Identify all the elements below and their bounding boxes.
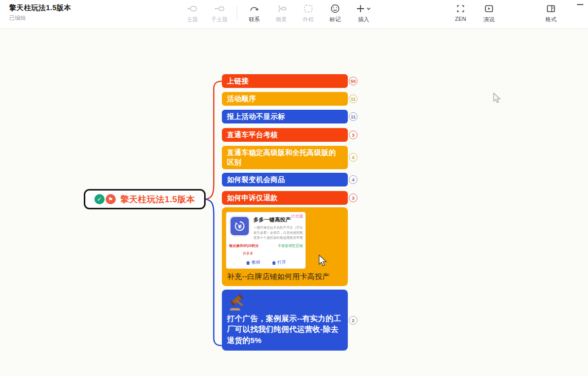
tool-marker-label: 标记 bbox=[330, 16, 341, 23]
presentation-icon bbox=[484, 3, 494, 14]
flag-icon[interactable]: ⚑ bbox=[106, 194, 116, 204]
tool-relationship-label: 联系 bbox=[249, 16, 260, 23]
document-title: 擎天柱玩法1.5版本 bbox=[9, 4, 71, 13]
remote-cursor bbox=[493, 92, 501, 104]
boundary-icon bbox=[303, 3, 314, 14]
tool-summary-label: 概要 bbox=[276, 16, 287, 23]
tool-zen[interactable]: ZEN bbox=[449, 3, 472, 22]
format-panel-icon bbox=[546, 3, 556, 14]
branch-node-3[interactable]: 报上活动不显示标 bbox=[222, 110, 348, 123]
app-card-tag: 计次版 bbox=[291, 213, 303, 219]
child-count-badge[interactable]: 4 bbox=[349, 153, 357, 162]
tool-insert[interactable]: 插入 bbox=[350, 3, 377, 23]
branch-label: 活动顺序 bbox=[227, 94, 256, 104]
summary-icon bbox=[276, 3, 287, 14]
topic-icon bbox=[187, 3, 198, 14]
app-card-platform: 拼多多 bbox=[243, 251, 305, 256]
image-branch-node[interactable]: 计次版 ¥ 多多一键高投产 一键开通优化卡高投产开车（开车老手必看）全类目，点击… bbox=[222, 207, 348, 286]
window-minimize-dash[interactable] bbox=[577, 4, 583, 5]
check-icon[interactable]: ✓ bbox=[94, 194, 105, 204]
branch-node-6[interactable]: 如何裂变机会商品 bbox=[222, 173, 348, 186]
embedded-app-card: 计次版 ¥ 多多一键高投产 一键开通优化卡高投产开车（开车老手必看）全类目，点击… bbox=[226, 212, 306, 269]
child-count-badge[interactable]: 3 bbox=[349, 194, 357, 202]
tutorial-button[interactable]: 教程 bbox=[246, 260, 260, 266]
root-node[interactable]: ✓ ⚑ 擎天柱玩法1.5版本 bbox=[84, 189, 206, 209]
child-count-badge[interactable]: 50 bbox=[349, 77, 357, 85]
tool-topic[interactable]: 主题 bbox=[181, 3, 204, 23]
app-card-description: 一键开通优化卡高投产开车（开车老手必看）全类目，点击去超投配置第十个超投新价格使… bbox=[253, 225, 304, 240]
gavel-icon bbox=[227, 294, 247, 312]
relationship-icon bbox=[249, 3, 260, 14]
child-count-badge[interactable]: 4 bbox=[349, 175, 357, 184]
top-toolbar: 擎天柱玩法1.5版本 已编辑 主题 子主题 联系 概要 bbox=[0, 0, 588, 29]
tool-summary[interactable]: 概要 bbox=[270, 3, 293, 23]
branch-node-2[interactable]: 活动顺序 bbox=[222, 92, 348, 106]
app-card-note: 不需要绑定店铺 bbox=[278, 243, 303, 248]
mindmap-canvas[interactable]: ✓ ⚑ 擎天柱玩法1.5版本 上链接 活动顺序 报上活动不显示标 直通车平台考核… bbox=[0, 29, 588, 376]
toolbar-center: 主题 子主题 联系 概要 外框 bbox=[181, 3, 377, 23]
tool-insert-label: 插入 bbox=[358, 16, 369, 23]
ad-node-text: 打个广告，案例展示--有实力的工厂可以找我们纯佣代运营收-除去退货的5% bbox=[227, 313, 345, 346]
marker-icon bbox=[330, 3, 340, 14]
insert-icon bbox=[355, 3, 372, 14]
tool-format[interactable]: 格式 bbox=[539, 3, 563, 23]
toolbar-right: ZEN 演说 格式 bbox=[449, 3, 563, 23]
branch-label: 直通车平台考核 bbox=[227, 130, 278, 140]
tool-subtopic-label: 子主题 bbox=[211, 16, 228, 23]
tutorial-button-label: 教程 bbox=[252, 260, 260, 266]
child-count-badge[interactable]: 11 bbox=[349, 95, 357, 103]
child-count-badge[interactable]: 3 bbox=[349, 131, 357, 139]
app-card-cost: 每次操作/约20积分 bbox=[229, 243, 259, 248]
child-count-badge[interactable]: 2 bbox=[349, 316, 357, 325]
image-node-caption: 补充--白牌店铺如何用卡高投产 bbox=[227, 272, 330, 281]
root-markers: ✓ ⚑ bbox=[94, 194, 116, 204]
svg-text:¥: ¥ bbox=[238, 224, 242, 230]
home-icon bbox=[246, 261, 250, 265]
branch-label: 报上活动不显示标 bbox=[227, 112, 285, 121]
child-count-badge[interactable]: 11 bbox=[349, 112, 357, 121]
tool-marker[interactable]: 标记 bbox=[323, 3, 347, 23]
subtopic-icon bbox=[214, 3, 225, 14]
tool-subtopic[interactable]: 子主题 bbox=[208, 3, 231, 23]
branch-node-4[interactable]: 直通车平台考核 bbox=[222, 128, 348, 142]
branch-node-7[interactable]: 如何申诉仅退款 bbox=[222, 191, 348, 205]
branch-label: 上链接 bbox=[227, 76, 249, 86]
tool-presentation-label: 演说 bbox=[483, 16, 495, 23]
document-status: 已编辑 bbox=[9, 14, 71, 22]
ad-branch-node[interactable]: 打个广告，案例展示--有实力的工厂可以找我们纯佣代运营收-除去退货的5% bbox=[222, 290, 348, 351]
tool-boundary[interactable]: 外框 bbox=[297, 3, 320, 23]
tool-topic-label: 主题 bbox=[187, 16, 198, 23]
branch-label: 如何申诉仅退款 bbox=[227, 193, 278, 203]
root-label: 擎天柱玩法1.5版本 bbox=[120, 194, 195, 205]
tool-presentation[interactable]: 演说 bbox=[477, 3, 501, 23]
toolbar-divider bbox=[237, 6, 237, 19]
app-icon: ¥ bbox=[231, 217, 249, 235]
home-icon bbox=[272, 261, 276, 265]
tool-relationship[interactable]: 联系 bbox=[243, 3, 266, 23]
branch-node-5[interactable]: 直通车稳定高级版和全托高级版的区别 bbox=[222, 146, 348, 169]
open-button[interactable]: 打开 bbox=[272, 260, 286, 266]
zen-mode-icon bbox=[455, 3, 466, 14]
tool-zen-label: ZEN bbox=[455, 16, 466, 22]
tool-format-label: 格式 bbox=[545, 16, 557, 23]
branch-label: 如何裂变机会商品 bbox=[227, 175, 285, 184]
open-button-label: 打开 bbox=[278, 260, 286, 266]
branch-node-1[interactable]: 上链接 bbox=[222, 74, 348, 88]
document-info: 擎天柱玩法1.5版本 已编辑 bbox=[9, 4, 71, 22]
tool-boundary-label: 外框 bbox=[303, 16, 314, 23]
branch-label: 直通车稳定高级版和全托高级版的区别 bbox=[227, 148, 343, 167]
